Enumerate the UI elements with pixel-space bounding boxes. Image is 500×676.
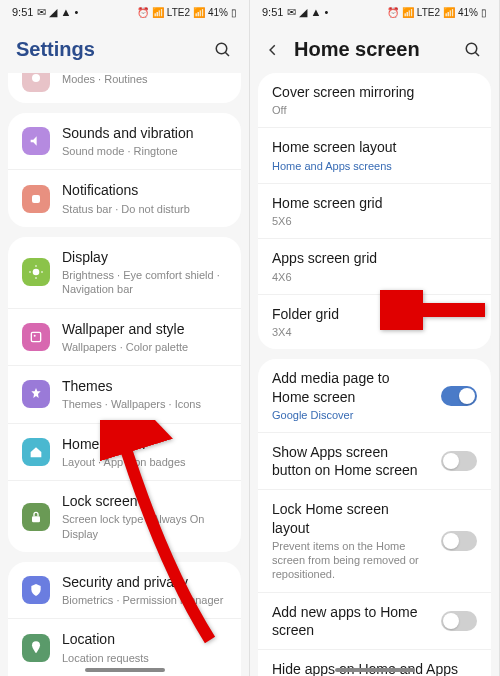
svg-rect-5 — [31, 332, 40, 341]
toggle-switch[interactable] — [441, 531, 477, 551]
home-group: Add media page to Home screen Google Dis… — [258, 359, 491, 676]
home-item-show-apps-screen-button-on-home-screen[interactable]: Show Apps screen button on Home screen — [258, 432, 491, 489]
settings-screen: 9:51 ✉ ◢ ▲ • ⏰ 📶 LTE2 📶 41% ▯ Settings M… — [0, 0, 250, 676]
svg-point-6 — [34, 335, 36, 337]
svg-point-4 — [33, 269, 40, 276]
item-text: Themes Themes · Wallpapers · Icons — [62, 377, 227, 411]
item-title: Folder grid — [272, 305, 477, 323]
home-header: Home screen — [250, 24, 499, 73]
item-subtitle: 4X6 — [272, 270, 477, 284]
battery-icon: ▯ — [481, 7, 487, 18]
item-text: Apps screen grid 4X6 — [272, 249, 477, 283]
home-group: Cover screen mirroring Off Home screen l… — [258, 73, 491, 349]
settings-item-wallpaper-and-style[interactable]: Wallpaper and style Wallpapers · Color p… — [8, 308, 241, 365]
settings-item-notifications[interactable]: Notifications Status bar · Do not distur… — [8, 169, 241, 226]
settings-item-lock-screen[interactable]: Lock screen Screen lock type · Always On… — [8, 480, 241, 552]
home-item-home-screen-grid[interactable]: Home screen grid 5X6 — [258, 183, 491, 238]
item-title: Home screen grid — [272, 194, 477, 212]
settings-item-display[interactable]: Display Brightness · Eye comfort shield … — [8, 237, 241, 308]
item-title: Lock Home screen layout — [272, 500, 429, 536]
home-item-add-media-page-to-home-screen[interactable]: Add media page to Home screen Google Dis… — [258, 359, 491, 432]
item-title: Location — [62, 630, 227, 648]
status-wifi-icon: 📶 — [402, 7, 414, 18]
item-title: Themes — [62, 377, 227, 395]
status-time: 9:51 — [12, 6, 33, 18]
home-icon — [22, 438, 50, 466]
item-subtitle: Prevent items on the Home screen from be… — [272, 539, 429, 582]
home-screen-settings: 9:51 ✉ ◢ ▲ • ⏰ 📶 LTE2 📶 41% ▯ Home scree… — [250, 0, 500, 676]
item-text: Location Location requests — [62, 630, 227, 664]
status-battery: 41% — [458, 7, 478, 18]
svg-line-11 — [475, 52, 479, 56]
home-item-home-screen-layout[interactable]: Home screen layout Home and Apps screens — [258, 127, 491, 182]
svg-rect-3 — [32, 195, 40, 203]
toggle-switch[interactable] — [441, 611, 477, 631]
item-subtitle: Wallpapers · Color palette — [62, 340, 227, 354]
security-icon — [22, 576, 50, 604]
toggle-switch[interactable] — [441, 451, 477, 471]
item-text: Lock screen Screen lock type · Always On… — [62, 492, 227, 541]
settings-item-home-screen[interactable]: Home screen Layout · App icon badges — [8, 423, 241, 480]
item-text: Modes · Routines — [62, 73, 227, 86]
svg-line-1 — [225, 52, 229, 56]
item-text: Wallpaper and style Wallpapers · Color p… — [62, 320, 227, 354]
item-title: Wallpaper and style — [62, 320, 227, 338]
item-subtitle: Status bar · Do not disturb — [62, 202, 227, 216]
item-subtitle: Sound mode · Ringtone — [62, 144, 227, 158]
nav-pill[interactable] — [85, 668, 165, 672]
home-item-add-new-apps-to-home-screen[interactable]: Add new apps to Home screen — [258, 592, 491, 649]
status-signal-icon: 📶 — [443, 7, 455, 18]
settings-content[interactable]: Modes · Routines Sounds and vibration So… — [0, 73, 249, 676]
sound-icon — [22, 127, 50, 155]
themes-icon — [22, 380, 50, 408]
item-text: Cover screen mirroring Off — [272, 83, 477, 117]
status-bar: 9:51 ✉ ◢ ▲ • ⏰ 📶 LTE2 📶 41% ▯ — [0, 0, 249, 24]
status-wifi-icon: 📶 — [152, 7, 164, 18]
search-button[interactable] — [213, 40, 233, 60]
home-content[interactable]: Cover screen mirroring Off Home screen l… — [250, 73, 499, 676]
display-icon — [22, 258, 50, 286]
settings-item-security-and-privacy[interactable]: Security and privacy Biometrics · Permis… — [8, 562, 241, 618]
settings-item-themes[interactable]: Themes Themes · Wallpapers · Icons — [8, 365, 241, 422]
item-text: Security and privacy Biometrics · Permis… — [62, 573, 227, 607]
back-button[interactable] — [266, 41, 284, 59]
home-item-folder-grid[interactable]: Folder grid 3X4 — [258, 294, 491, 349]
item-text: Home screen Layout · App icon badges — [62, 435, 227, 469]
item-text: Display Brightness · Eye comfort shield … — [62, 248, 227, 297]
item-subtitle: Layout · App icon badges — [62, 455, 227, 469]
settings-group: Security and privacy Biometrics · Permis… — [8, 562, 241, 676]
toggle-switch[interactable] — [441, 386, 477, 406]
item-subtitle: Google Discover — [272, 408, 429, 422]
home-item-apps-screen-grid[interactable]: Apps screen grid 4X6 — [258, 238, 491, 293]
item-text: Show Apps screen button on Home screen — [272, 443, 429, 479]
home-item-lock-home-screen-layout[interactable]: Lock Home screen layout Prevent items on… — [258, 489, 491, 591]
search-button[interactable] — [463, 40, 483, 60]
status-alarm-icon: ⏰ — [387, 7, 399, 18]
status-alarm-icon: ⏰ — [137, 7, 149, 18]
item-text: Home screen grid 5X6 — [272, 194, 477, 228]
battery-icon: ▯ — [231, 7, 237, 18]
item-title: Show Apps screen button on Home screen — [272, 443, 429, 479]
item-subtitle: Biometrics · Permission manager — [62, 593, 227, 607]
status-net: LTE2 — [417, 7, 440, 18]
settings-group: Display Brightness · Eye comfort shield … — [8, 237, 241, 552]
status-battery: 41% — [208, 7, 228, 18]
nav-pill[interactable] — [335, 668, 415, 672]
item-text: Home screen layout Home and Apps screens — [272, 138, 477, 172]
status-signal-icon: 📶 — [193, 7, 205, 18]
settings-group: Sounds and vibration Sound mode · Ringto… — [8, 113, 241, 227]
status-icons-left: ✉ ◢ ▲ • — [37, 6, 78, 19]
item-text: Lock Home screen layout Prevent items on… — [272, 500, 429, 581]
item-text: Folder grid 3X4 — [272, 305, 477, 339]
item-subtitle: Screen lock type · Always On Display — [62, 512, 227, 541]
settings-item-modes-routines[interactable]: Modes · Routines — [8, 73, 241, 103]
status-icons-left: ✉ ◢ ▲ • — [287, 6, 328, 19]
settings-group: Modes · Routines — [8, 73, 241, 103]
page-title: Settings — [16, 38, 203, 61]
settings-item-sounds-and-vibration[interactable]: Sounds and vibration Sound mode · Ringto… — [8, 113, 241, 169]
item-title: Notifications — [62, 181, 227, 199]
home-item-cover-screen-mirroring[interactable]: Cover screen mirroring Off — [258, 73, 491, 127]
item-subtitle: 5X6 — [272, 214, 477, 228]
item-title: Home screen layout — [272, 138, 477, 156]
item-subtitle: Off — [272, 103, 477, 117]
